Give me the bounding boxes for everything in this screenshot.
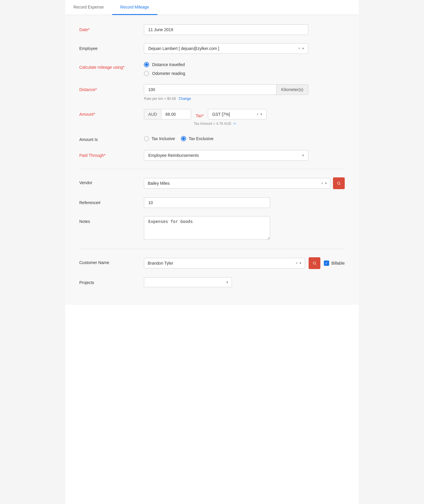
rate-per-km-text: Rate per km = $0.68	[144, 97, 176, 101]
amount-label: Amount*	[79, 109, 144, 117]
paid-through-row: Paid Through* Employee Reimbursements ▾	[79, 150, 345, 161]
employee-control: Dejuan Lambert [ dejuan@zylker.com ] × ▾	[144, 43, 345, 54]
svg-line-3	[315, 264, 316, 264]
notes-textarea[interactable]: Expenses for Goods	[144, 216, 270, 240]
amount-is-label: Amount Is	[79, 134, 144, 142]
amount-is-radio-group: Tax Inclusive Tax Exclusive	[144, 134, 345, 141]
reference-label: Reference#	[79, 197, 144, 205]
vendor-row: Vendor Bailey Miles × ▾	[79, 177, 345, 189]
section-divider-2	[79, 249, 345, 249]
vendor-value: Bailey Miles	[148, 181, 321, 186]
paid-through-select[interactable]: Employee Reimbursements ▾	[144, 150, 308, 161]
date-input[interactable]	[144, 24, 308, 35]
customer-search-button[interactable]	[309, 257, 320, 269]
date-control	[144, 24, 345, 35]
customer-name-select[interactable]: Brandon Tyler × ▾	[144, 258, 305, 268]
employee-chevron-icon[interactable]: ▾	[302, 46, 304, 51]
mileage-odometer-radio[interactable]	[144, 71, 149, 76]
projects-control: ▾	[144, 277, 345, 287]
tax-exclusive-label: Tax Exclusive	[189, 136, 213, 141]
tax-row: Tax* GST [7%] × ▾	[196, 109, 267, 120]
billable-wrap: ✓ Billable	[324, 261, 345, 266]
employee-row: Employee Dejuan Lambert [ dejuan@zylker.…	[79, 43, 345, 54]
amount-is-control: Tax Inclusive Tax Exclusive	[144, 134, 345, 141]
tabs-bar: Record Expense Record Mileage	[65, 0, 359, 15]
employee-icons: × ▾	[298, 46, 304, 51]
notes-label: Notes	[79, 216, 144, 224]
currency-label: AUD	[144, 109, 161, 119]
vendor-search-button[interactable]	[333, 177, 345, 189]
customer-name-icons: × ▾	[296, 261, 301, 265]
customer-name-row: Customer Name Brandon Tyler × ▾	[79, 257, 345, 269]
vendor-label: Vendor	[79, 177, 144, 185]
customer-chevron-icon[interactable]: ▾	[300, 261, 301, 265]
customer-clear-icon[interactable]: ×	[296, 261, 298, 265]
vendor-chevron-icon[interactable]: ▾	[325, 181, 327, 185]
tax-label: Tax*	[196, 110, 204, 118]
distance-input[interactable]	[144, 85, 276, 95]
paid-through-label: Paid Through*	[79, 150, 144, 158]
amount-row: Amount* AUD Tax* GST [7%] × ▾	[79, 109, 345, 126]
tax-exclusive-radio[interactable]	[181, 136, 186, 141]
customer-name-value: Brandon Tyler	[148, 261, 296, 266]
calculate-mileage-label: Calculate mileage using*	[79, 62, 144, 70]
mileage-distance-label: Distance travelled	[152, 62, 185, 67]
vendor-input-wrapper: Bailey Miles × ▾	[144, 177, 345, 189]
rate-info: Rate per km = $0.68 Change	[144, 97, 345, 101]
billable-label: Billable	[332, 261, 345, 266]
projects-chevron-icon[interactable]: ▾	[226, 280, 228, 284]
distance-unit-label: Kilometer(s)	[276, 85, 308, 95]
paid-through-icons: ▾	[302, 153, 304, 157]
amount-is-option-exclusive[interactable]: Tax Exclusive	[181, 136, 213, 141]
billable-checkbox[interactable]: ✓	[324, 261, 329, 266]
tax-select[interactable]: GST [7%] × ▾	[208, 109, 267, 120]
notes-control: Expenses for Goods	[144, 216, 345, 241]
vendor-select[interactable]: Bailey Miles × ▾	[144, 178, 331, 189]
tax-chevron-icon[interactable]: ▾	[260, 112, 262, 116]
tax-icons: × ▾	[257, 112, 262, 116]
notes-row: Notes Expenses for Goods	[79, 216, 345, 241]
distance-input-wrapper: Kilometer(s)	[144, 84, 308, 95]
distance-control: Kilometer(s) Rate per km = $0.68 Change	[144, 84, 345, 101]
mileage-distance-radio[interactable]	[144, 62, 149, 67]
amount-input-wrapper: AUD	[144, 109, 191, 120]
tab-record-expense[interactable]: Record Expense	[65, 0, 112, 15]
tax-value: GST [7%]	[212, 112, 257, 117]
mileage-option-odometer[interactable]: Odometer reading	[144, 71, 345, 76]
tax-edit-icon[interactable]: ✏	[233, 121, 237, 126]
vendor-icons: × ▾	[321, 181, 327, 185]
amount-control: AUD Tax* GST [7%] × ▾	[144, 109, 345, 126]
tab-record-mileage[interactable]: Record Mileage	[112, 0, 157, 15]
paid-through-control: Employee Reimbursements ▾	[144, 150, 345, 161]
change-rate-link[interactable]: Change	[179, 97, 191, 101]
projects-select[interactable]: ▾	[144, 277, 232, 287]
employee-label: Employee	[79, 43, 144, 51]
tax-clear-icon[interactable]: ×	[257, 112, 259, 116]
tax-inclusive-label: Tax Inclusive	[152, 136, 175, 141]
form-area: Date* Employee Dejuan Lambert [ dejuan@z…	[65, 15, 359, 305]
amount-is-option-inclusive[interactable]: Tax Inclusive	[144, 136, 175, 141]
amount-input[interactable]	[161, 109, 191, 119]
customer-search-icon	[313, 261, 316, 266]
employee-clear-icon[interactable]: ×	[298, 46, 300, 51]
reference-input[interactable]	[144, 197, 270, 208]
svg-line-1	[339, 184, 340, 184]
vendor-clear-icon[interactable]: ×	[321, 181, 323, 185]
mileage-radio-group: Distance travelled Odometer reading	[144, 62, 345, 76]
tax-amount-info: Tax Amount = 4.76 AUD ✏	[144, 121, 345, 126]
tax-inclusive-radio[interactable]	[144, 136, 149, 141]
employee-value: Dejuan Lambert [ dejuan@zylker.com ]	[148, 46, 298, 51]
date-label: Date*	[79, 24, 144, 32]
mileage-option-distance[interactable]: Distance travelled	[144, 62, 345, 67]
employee-select[interactable]: Dejuan Lambert [ dejuan@zylker.com ] × ▾	[144, 43, 308, 54]
paid-through-value: Employee Reimbursements	[148, 153, 302, 158]
reference-row: Reference#	[79, 197, 345, 208]
reference-control	[144, 197, 345, 208]
tax-amount-text: Tax Amount = 4.76 AUD	[194, 122, 231, 126]
paid-through-chevron-icon[interactable]: ▾	[302, 153, 304, 157]
mileage-odometer-label: Odometer reading	[152, 71, 185, 76]
search-icon	[337, 181, 341, 186]
amount-is-row: Amount Is Tax Inclusive Tax Exclusive	[79, 134, 345, 142]
calculate-mileage-row: Calculate mileage using* Distance travel…	[79, 62, 345, 76]
customer-name-control: Brandon Tyler × ▾ ✓ Bi	[144, 257, 345, 269]
